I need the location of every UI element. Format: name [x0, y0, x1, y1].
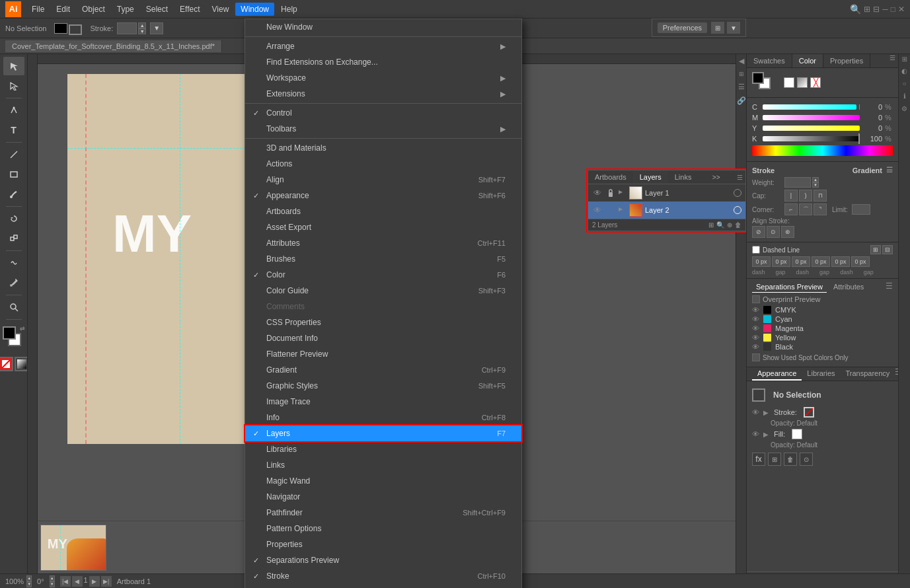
stroke-up-btn[interactable]: ▲	[138, 22, 146, 28]
menu-item-links[interactable]: Links	[245, 457, 521, 473]
menu-type[interactable]: Type	[112, 3, 139, 16]
top-panel-menu-btn[interactable]: ☰	[887, 54, 898, 67]
align-inside-icon[interactable]: ⊙	[767, 226, 780, 238]
stroke-fill-normal-icon[interactable]	[784, 77, 794, 88]
menu-view[interactable]: View	[207, 3, 235, 16]
menu-item-artboards[interactable]: Artboards	[245, 203, 521, 219]
gap2-input[interactable]	[812, 256, 830, 267]
zoom-stepper[interactable]: ▲ ▼	[26, 575, 32, 587]
menu-item-css-properties[interactable]: CSS Properties	[245, 314, 521, 330]
appear-new-layer-icon[interactable]: ⊞	[768, 453, 781, 466]
strip-color-icon[interactable]: ◐	[901, 67, 907, 75]
stroke-down-btn[interactable]: ▼	[138, 28, 146, 34]
y-slider[interactable]	[763, 126, 860, 131]
attributes-tab[interactable]: Attributes	[829, 281, 868, 293]
cmyk-eye-icon[interactable]: 👁	[752, 306, 759, 314]
cap-butt-icon[interactable]: |	[784, 190, 798, 202]
fill-stroke-fg[interactable]	[752, 72, 764, 84]
layers-delete-icon[interactable]: 🗑	[735, 221, 741, 229]
menu-item-magic-wand[interactable]: Magic Wand	[245, 473, 521, 489]
menu-edit[interactable]: Edit	[51, 3, 75, 16]
weight-up-btn[interactable]: ▲	[812, 177, 819, 182]
black-eye-icon[interactable]: 👁	[752, 343, 759, 351]
menu-select[interactable]: Select	[141, 3, 173, 16]
menu-item-3d-materials[interactable]: 3D and Materials	[245, 140, 521, 156]
menu-item-flattener-preview[interactable]: Flattener Preview	[245, 346, 521, 362]
swatches-panel-tab[interactable]: Swatches	[747, 54, 792, 67]
layers-search-icon[interactable]: 🔍	[716, 221, 724, 229]
page-thumbnail[interactable]: MY	[40, 525, 106, 571]
gap3-input[interactable]	[851, 256, 870, 267]
menu-item-appearance[interactable]: ✓ Appearance Shift+F6	[245, 188, 521, 203]
next-page-btn[interactable]: ▶	[89, 576, 100, 587]
gradient-tab-btn[interactable]: Gradient	[853, 166, 882, 174]
dashed-line-checkbox[interactable]	[752, 246, 760, 254]
search-icon[interactable]: 🔍	[850, 4, 861, 15]
menu-item-separations-preview[interactable]: ✓ Separations Preview	[245, 552, 521, 568]
layers-panel-menu[interactable]: ☰	[734, 174, 745, 181]
menu-item-toolbars[interactable]: Toolbars ▶	[245, 121, 521, 137]
appear-copy-icon[interactable]: ⊙	[800, 453, 813, 466]
layer2-lock-icon[interactable]	[605, 205, 616, 215]
menu-item-gradient[interactable]: Gradient Ctrl+F9	[245, 362, 521, 378]
layer1-expand-icon[interactable]: ▶	[619, 189, 626, 197]
maximize-icon[interactable]: □	[891, 5, 895, 14]
minimize-icon[interactable]: ─	[882, 5, 888, 14]
first-page-btn[interactable]: |◀	[60, 576, 71, 587]
stroke-none-btn[interactable]	[0, 357, 13, 371]
menu-item-find-extensions[interactable]: Find Extensions on Exchange...	[245, 54, 521, 70]
sep-preview-tab[interactable]: Separations Preview	[752, 281, 827, 293]
close-icon[interactable]: ✕	[898, 5, 905, 14]
menu-item-extensions[interactable]: Extensions ▶	[245, 86, 521, 102]
menu-item-layers[interactable]: ✓ Layers F7	[245, 425, 521, 441]
last-page-btn[interactable]: ▶|	[101, 576, 112, 587]
menu-item-align[interactable]: Align Shift+F7	[245, 172, 521, 188]
angle-stepper[interactable]: ▲ ▼	[50, 575, 55, 587]
weight-down-btn[interactable]: ▼	[812, 182, 819, 188]
fill-swatch[interactable]	[54, 23, 67, 34]
menu-item-stroke[interactable]: ✓ Stroke Ctrl+F10	[245, 568, 521, 584]
menu-effect[interactable]: Effect	[174, 3, 205, 16]
strip-info-icon[interactable]: ℹ	[903, 92, 906, 100]
none-mode-icon[interactable]: ╳	[810, 77, 821, 88]
libraries-tab[interactable]: Libraries	[802, 367, 840, 381]
align-center-icon[interactable]: ⊘	[752, 226, 765, 238]
zoom-up-btn[interactable]: ▲	[26, 575, 32, 581]
dash-preserve-icon[interactable]: ⊞	[870, 245, 881, 254]
appear-delete-icon[interactable]: 🗑	[784, 453, 797, 466]
collapse-panel-icon[interactable]: ◀	[739, 57, 744, 65]
menu-item-workspace[interactable]: Workspace ▶	[245, 70, 521, 86]
dash-adjust-icon[interactable]: ⊟	[882, 245, 893, 254]
tool-brush[interactable]	[3, 185, 24, 203]
menu-item-graphic-styles[interactable]: Graphic Styles Shift+F5	[245, 378, 521, 394]
appear-swatch[interactable]	[752, 388, 765, 402]
strip-stroke-icon[interactable]: ○	[902, 80, 906, 87]
menu-item-pattern-options[interactable]: Pattern Options	[245, 521, 521, 536]
corner-miter-icon[interactable]: ⌐	[784, 203, 798, 215]
menu-file[interactable]: File	[26, 3, 50, 16]
panel-settings-icon[interactable]: ▼	[727, 22, 740, 34]
links-tab[interactable]: Links	[668, 170, 699, 184]
stroke-appear-swatch[interactable]	[804, 407, 814, 418]
links-panel-icon[interactable]: 🔗	[737, 96, 746, 105]
menu-item-svg-interactivity[interactable]: SVG Interactivity	[245, 584, 521, 588]
gradient-swatch[interactable]	[15, 357, 28, 371]
layers-locate-icon[interactable]: ⊕	[727, 221, 732, 229]
properties-panel-icon[interactable]: ☰	[738, 83, 745, 91]
appearance-tab[interactable]: Appearance	[752, 367, 802, 381]
menu-window[interactable]: Window	[235, 3, 274, 16]
tool-select[interactable]	[3, 57, 24, 75]
layers-tab[interactable]: Layers	[633, 170, 668, 184]
tool-type[interactable]: T	[3, 121, 24, 139]
strip-layers-icon[interactable]: ⊞	[901, 57, 908, 62]
menu-item-libraries[interactable]: Libraries	[245, 441, 521, 457]
layer1-lock-icon[interactable]	[605, 188, 616, 198]
layers-add-artboard-icon[interactable]: ⊞	[708, 221, 714, 229]
align-outside-icon[interactable]: ⊛	[781, 226, 794, 238]
cap-square-icon[interactable]: ⊓	[814, 190, 827, 202]
tool-zoom[interactable]	[3, 298, 24, 316]
m-slider[interactable]	[763, 115, 860, 120]
tool-scale[interactable]	[3, 229, 24, 248]
prev-page-btn[interactable]: ◀	[72, 576, 83, 587]
menu-item-navigator[interactable]: Navigator	[245, 489, 521, 505]
